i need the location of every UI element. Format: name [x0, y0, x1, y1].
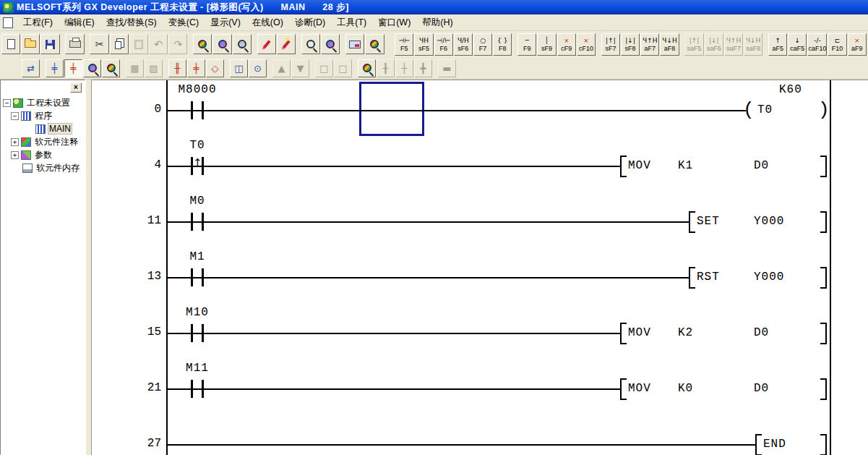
step-skip-button[interactable]: ╋ — [414, 59, 432, 77]
expand-icon[interactable]: + — [11, 138, 19, 146]
zoom-monitor-button[interactable] — [301, 34, 320, 54]
find-device-monitor-button[interactable] — [358, 59, 376, 77]
ladder-btn-fall-contact[interactable]: |↓|sF8 — [621, 33, 640, 56]
save-project-button[interactable] — [40, 34, 59, 54]
ladder-list-toggle-button[interactable]: ⇄ — [22, 59, 40, 77]
cut-button[interactable]: ✂ — [90, 34, 108, 54]
screen-switch-button[interactable] — [345, 34, 364, 54]
paste-button[interactable] — [129, 34, 148, 54]
ladder-editor[interactable]: 0 M8000 ( T0 K60 ) 4 ↑ T0 MOV K1 D0 11 — [92, 80, 868, 455]
redo-icon: ↷ — [173, 39, 182, 49]
device-comment-edit-button[interactable]: ▦ — [126, 59, 144, 77]
window-split-button[interactable]: ◫ — [230, 59, 248, 77]
collapse-icon[interactable]: − — [3, 99, 11, 107]
monitor-write-mode-button[interactable] — [102, 59, 120, 77]
ladder-btn-open-branch[interactable]: ЧНsF5 — [414, 33, 433, 56]
ladder-btn-open-contact[interactable]: ⊣⊢F5 — [395, 33, 413, 56]
project-tree: − 工程未设置 − 程序 MAIN + 软元件注释 + 参数 — [1, 96, 85, 174]
expand-icon[interactable]: + — [11, 151, 19, 159]
write-mode-button[interactable]: ╪ — [64, 59, 82, 77]
ladder-btn-app-instruction[interactable]: { }F8 — [493, 33, 512, 56]
insert-column-button[interactable]: □ — [315, 59, 333, 77]
close-panel-button[interactable]: × — [70, 82, 82, 93]
instruction-operand-1: K0 — [678, 382, 693, 395]
print-button[interactable] — [65, 34, 84, 54]
delete-column-button[interactable]: □ — [334, 59, 352, 77]
new-document-icon — [7, 39, 15, 49]
find-string-icon — [238, 40, 246, 48]
note-write-button[interactable]: ◇ — [206, 59, 224, 77]
new-project-button[interactable] — [1, 34, 20, 54]
ladder-btn-closed-branch[interactable]: Ч/НsF6 — [454, 33, 473, 56]
tree-item-device-memory[interactable]: 软元件内存 — [1, 161, 85, 174]
menu-help[interactable]: 帮助(H) — [416, 15, 458, 30]
entry-monitor-button[interactable] — [321, 34, 340, 54]
step-break-button[interactable]: ┼ — [395, 59, 413, 77]
tree-item-main[interactable]: MAIN — [1, 122, 85, 135]
copy-icon — [115, 41, 121, 49]
delete-row-button[interactable]: ▼ — [291, 59, 309, 77]
tree-item-device-comment[interactable]: + 软元件注释 — [1, 135, 85, 148]
ladder-btn-invert[interactable]: -/-caF10 — [807, 33, 827, 56]
menu-online[interactable]: 在线(O) — [246, 15, 289, 30]
menu-tools[interactable]: 工具(T) — [331, 15, 372, 30]
device-batch-button[interactable] — [277, 34, 296, 54]
tree-item-parameter[interactable]: + 参数 — [1, 148, 85, 161]
insert-row-button[interactable]: ▲ — [272, 59, 291, 77]
instruction-mnemonic: END — [763, 438, 786, 451]
contact-device: T0 — [189, 139, 205, 152]
ladder-btn-del-vline[interactable]: ×cF10 — [577, 33, 596, 56]
ladder-btn-pulse-not-4[interactable]: Ч↓НsaF8 — [744, 33, 762, 56]
device-test-button[interactable] — [257, 34, 276, 54]
ladder-btn-coil[interactable]: ○F7 — [473, 33, 492, 56]
read-mode-button[interactable]: ╪ — [46, 59, 64, 77]
copy-button[interactable] — [110, 34, 129, 54]
ladder-btn-rise-op[interactable]: ↑aF5 — [768, 33, 787, 56]
panel-splitter[interactable] — [85, 80, 92, 455]
undo-icon: ↶ — [154, 39, 163, 49]
menu-edit[interactable]: 编辑(E) — [59, 15, 100, 30]
clock-setting-button[interactable]: ⊙ — [249, 59, 267, 77]
monitor-mode-button[interactable] — [83, 59, 101, 77]
ladder-btn-fall-branch[interactable]: Ч↓НaF8 — [660, 33, 679, 56]
tree-item-project-root[interactable]: − 工程未设置 — [1, 96, 85, 109]
program-check-button[interactable] — [365, 34, 384, 54]
coil-open-paren: ( — [743, 99, 755, 121]
collapse-icon[interactable]: − — [11, 112, 19, 120]
ladder-btn-line-erase[interactable]: ×aF9 — [848, 33, 867, 56]
instruction-operand-2: D0 — [754, 326, 769, 339]
ladder-btn-rise-contact[interactable]: |↑|sF7 — [601, 33, 620, 56]
menu-project[interactable]: 工程(F) — [17, 15, 59, 30]
ladder-btn-line-draw[interactable]: ⊏F10 — [828, 33, 846, 56]
tree-item-program[interactable]: − 程序 — [1, 109, 85, 122]
menu-convert[interactable]: 变换(C) — [163, 15, 205, 30]
instruction-mnemonic: MOV — [628, 382, 651, 395]
open-project-button[interactable] — [21, 34, 40, 54]
program-monitor-button[interactable]: ▬ — [438, 59, 456, 77]
statement-edit-button[interactable]: ▧ — [145, 59, 163, 77]
find-device-button[interactable] — [193, 34, 212, 54]
ladder-btn-del-hline[interactable]: ×cF9 — [557, 33, 576, 56]
undo-button[interactable]: ↶ — [149, 34, 168, 54]
edit-cursor-cell[interactable] — [359, 82, 424, 136]
menu-window[interactable]: 窗口(W) — [372, 15, 416, 30]
ladder-btn-closed-contact[interactable]: ⊣/⊢F6 — [434, 33, 453, 56]
ladder-btn-rise-branch[interactable]: Ч↑НaF7 — [640, 33, 659, 56]
ladder-btn-fall-op[interactable]: ↓caF5 — [788, 33, 807, 56]
ladder-btn-pulse-not-3[interactable]: Ч↑НsaF7 — [724, 33, 743, 56]
menu-view[interactable]: 显示(V) — [205, 15, 246, 30]
menu-find-replace[interactable]: 查找/替换(S) — [100, 15, 163, 30]
step-run-button[interactable]: ╂ — [377, 59, 395, 77]
find-string-button[interactable] — [233, 34, 252, 54]
rung-line — [166, 388, 620, 390]
comment-write-button[interactable]: ╫ — [168, 59, 186, 77]
statement-write-button[interactable]: ╪ — [187, 59, 205, 77]
ladder-btn-vline[interactable]: │sF9 — [537, 33, 556, 56]
left-bus-bar — [166, 80, 168, 455]
find-instruction-button[interactable] — [212, 34, 231, 54]
menu-diagnostics[interactable]: 诊断(D) — [289, 15, 331, 30]
redo-button[interactable]: ↷ — [168, 34, 187, 54]
ladder-btn-pulse-not-2[interactable]: |↓|saF6 — [705, 33, 723, 56]
ladder-btn-pulse-not-1[interactable]: |↑|saF5 — [684, 33, 703, 56]
ladder-btn-hline[interactable]: ─F9 — [517, 33, 536, 56]
